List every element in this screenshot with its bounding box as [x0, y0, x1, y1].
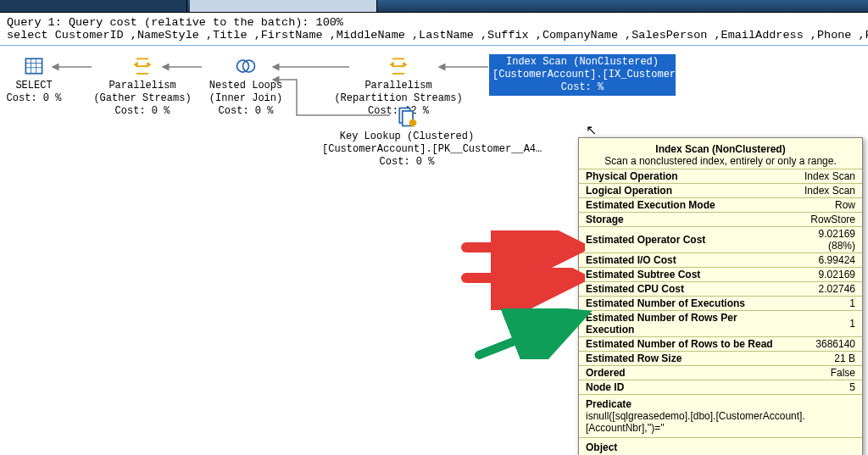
- tooltip-row-value: Index Scan: [783, 169, 862, 184]
- operator-tooltip: Index Scan (NonClustered) Scan a nonclus…: [578, 137, 863, 455]
- tooltip-row: StorageRowStore: [579, 213, 862, 227]
- op-select-cost: Cost: 0 %: [0, 92, 76, 105]
- tooltip-row-value: False: [783, 366, 862, 380]
- tooltip-row-key: Ordered: [579, 366, 783, 380]
- tooltip-row: OrderedFalse: [579, 366, 862, 380]
- tooltip-row-key: Estimated I/O Cost: [579, 253, 783, 268]
- tooltip-object: Object [sqlgreasedemo].[dbo].[CustomerAc…: [579, 437, 862, 455]
- tooltip-row-key: Logical Operation: [579, 184, 783, 198]
- tooltip-row-key: Estimated Subtree Cost: [579, 268, 783, 282]
- key-lookup-icon: [322, 105, 492, 129]
- op-nested-loops[interactable]: Nested Loops (Inner Join) Cost: 0 %: [178, 54, 314, 118]
- tooltip-row: Estimated Subtree Cost9.02169: [579, 268, 862, 282]
- tooltip-row: Estimated Number of Executions1: [579, 297, 862, 311]
- op-index-scan-selected[interactable]: Index Scan (NonClustered) [CustomerAccou…: [489, 54, 676, 96]
- select-icon: [0, 54, 76, 78]
- tooltip-row-value: Index Scan: [783, 184, 862, 198]
- tooltip-row-value: 3686140: [783, 337, 862, 352]
- annotation-red-arrow-2: [458, 268, 585, 310]
- tab-1[interactable]: [0, 0, 187, 12]
- op-select[interactable]: SELECT Cost: 0 %: [0, 54, 76, 105]
- tooltip-row-value: 21 B: [783, 352, 862, 366]
- execution-plan-canvas[interactable]: SELECT Cost: 0 % Parallelism (Gather Str…: [0, 46, 868, 455]
- tooltip-row: Physical OperationIndex Scan: [579, 169, 862, 184]
- tooltip-row: Node ID5: [579, 380, 862, 395]
- svg-marker-13: [390, 62, 394, 68]
- tooltip-row-value: 1: [783, 297, 862, 311]
- svg-point-17: [409, 119, 417, 127]
- tooltip-row-value: Row: [783, 198, 862, 213]
- op-key-lookup[interactable]: Key Lookup (Clustered) [CustomerAccount]…: [322, 105, 492, 169]
- query-cost-header: Query 1: Query cost (relative to the bat…: [7, 16, 343, 29]
- tooltip-row: Estimated CPU Cost2.02746: [579, 282, 862, 297]
- tooltip-row-key: Estimated CPU Cost: [579, 282, 783, 297]
- op-select-label: SELECT: [0, 80, 76, 92]
- tooltip-row-key: Physical Operation: [579, 169, 783, 184]
- tooltip-row-key: Storage: [579, 213, 783, 227]
- svg-marker-9: [134, 62, 138, 68]
- tooltip-subtitle: Scan a nonclustered index, entirely or o…: [586, 155, 855, 167]
- tooltip-row-value: 2.02746: [783, 282, 862, 297]
- tooltip-properties-table: Physical OperationIndex ScanLogical Oper…: [579, 169, 862, 394]
- tooltip-row: Estimated Operator Cost9.02169 (88%): [579, 227, 862, 253]
- nested-loops-icon: [178, 54, 314, 78]
- tooltip-row-key: Node ID: [579, 380, 783, 395]
- tab-strip: [0, 0, 868, 13]
- tooltip-row-key: Estimated Execution Mode: [579, 198, 783, 213]
- svg-line-20: [479, 317, 576, 355]
- tooltip-row: Estimated Number of Rows to be Read36861…: [579, 337, 862, 352]
- svg-rect-4: [25, 58, 42, 74]
- parallelism-icon-2: [331, 54, 466, 78]
- tooltip-row: Estimated I/O Cost6.99424: [579, 253, 862, 268]
- tooltip-row-key: Estimated Operator Cost: [579, 227, 783, 253]
- tooltip-row-value: 1: [783, 311, 862, 337]
- annotation-red-arrow-1: [458, 230, 585, 273]
- tooltip-row-value: RowStore: [783, 213, 862, 227]
- tooltip-row: Estimated Row Size21 B: [579, 352, 862, 366]
- cursor-icon: ↖: [586, 122, 597, 138]
- query-header-block: Query 1: Query cost (relative to the bat…: [0, 13, 868, 46]
- tooltip-row: Estimated Execution ModeRow: [579, 198, 862, 213]
- annotation-green-arrow: [475, 308, 593, 359]
- tooltip-row: Estimated Number of Rows Per Execution1: [579, 311, 862, 337]
- tooltip-predicate: Predicate isnull([sqlgreasedemo].[dbo].[…: [579, 394, 862, 437]
- query-sql: select CustomerID ,NameStyle ,Title ,Fir…: [7, 29, 868, 42]
- tooltip-row-key: Estimated Row Size: [579, 352, 783, 366]
- tooltip-row-key: Estimated Number of Executions: [579, 297, 783, 311]
- tooltip-row-value: 9.02169: [783, 268, 862, 282]
- tooltip-row-value: 5: [783, 380, 862, 395]
- svg-marker-14: [403, 62, 407, 68]
- tab-2-active[interactable]: [190, 0, 377, 12]
- tooltip-row-key: Estimated Number of Rows to be Read: [579, 337, 783, 352]
- tooltip-row: Logical OperationIndex Scan: [579, 184, 862, 198]
- tooltip-title: Index Scan (NonClustered): [586, 143, 855, 155]
- tooltip-row-key: Estimated Number of Rows Per Execution: [579, 311, 783, 337]
- svg-marker-10: [147, 62, 151, 68]
- tooltip-row-value: 6.99424: [783, 253, 862, 268]
- tooltip-row-value: 9.02169 (88%): [783, 227, 862, 253]
